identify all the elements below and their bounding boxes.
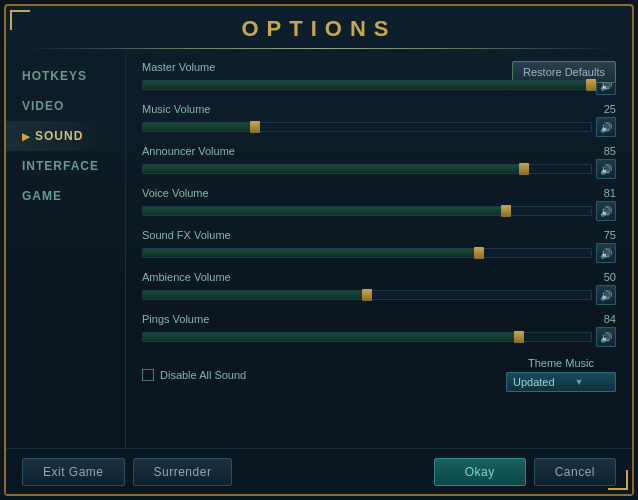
slider-row-sound-fx-volume: Sound FX Volume75🔊 [142,229,616,263]
slider-label-row: Voice Volume81 [142,187,616,199]
slider-value-text: 81 [588,187,616,199]
surrender-button[interactable]: Surrender [133,458,233,486]
slider-fill [143,81,591,89]
theme-music-section: Theme Music Updated ▼ [506,357,616,392]
slider-value-text: 50 [588,271,616,283]
slider-label-text: Ambience Volume [142,271,231,283]
disable-all-sound-text: Disable All Sound [160,369,246,381]
slider-fill [143,207,506,215]
footer: Exit Game Surrender Okay Cancel [6,448,632,494]
dialog-title: OPTIONS [6,16,632,42]
sidebar-item-video[interactable]: VIDEO [6,91,125,121]
slider-fill [143,333,519,341]
volume-icon[interactable]: 🔊 [596,243,616,263]
bottom-options: Disable All Sound Theme Music Updated ▼ [142,355,616,392]
slider-track[interactable] [142,80,592,90]
slider-fill [143,249,479,257]
slider-track[interactable] [142,248,592,258]
slider-label-text: Announcer Volume [142,145,235,157]
theme-music-dropdown[interactable]: Updated ▼ [506,372,616,392]
slider-label-row: Ambience Volume50 [142,271,616,283]
slider-track-row: 🔊 [142,201,616,221]
slider-thumb[interactable] [514,331,524,343]
slider-value-text: 25 [588,103,616,115]
slider-label-text: Music Volume [142,103,210,115]
exit-game-button[interactable]: Exit Game [22,458,125,486]
sidebar-item-sound[interactable]: ▶SOUND [6,121,125,151]
slider-value-text: 75 [588,229,616,241]
sidebar-item-interface[interactable]: INTERFACE [6,151,125,181]
slider-row-ambience-volume: Ambience Volume50🔊 [142,271,616,305]
volume-icon[interactable]: 🔊 [596,285,616,305]
content-panel: Restore Defaults Master Volume100🔊Music … [126,53,632,448]
sidebar-item-hotkeys[interactable]: HOTKEYS [6,61,125,91]
slider-track-row: 🔊 [142,327,616,347]
volume-icon[interactable]: 🔊 [596,327,616,347]
slider-label-row: Sound FX Volume75 [142,229,616,241]
body: HOTKEYSVIDEO▶SOUNDINTERFACEGAME Restore … [6,53,632,448]
slider-label-text: Master Volume [142,61,215,73]
slider-track[interactable] [142,164,592,174]
nav-item-label: VIDEO [22,99,64,113]
slider-value-text: 84 [588,313,616,325]
slider-track-row: 🔊 [142,243,616,263]
slider-label-text: Sound FX Volume [142,229,231,241]
nav-item-label: GAME [22,189,62,203]
slider-track[interactable] [142,206,592,216]
slider-track-row: 🔊 [142,285,616,305]
footer-right: Okay Cancel [434,458,616,486]
active-arrow-icon: ▶ [22,131,31,142]
okay-button[interactable]: Okay [434,458,526,486]
slider-track-row: 🔊 [142,117,616,137]
slider-thumb[interactable] [586,79,596,91]
sidebar-item-game[interactable]: GAME [6,181,125,211]
nav-item-label: SOUND [35,129,83,143]
slider-track[interactable] [142,122,592,132]
slider-fill [143,291,367,299]
slider-label-text: Voice Volume [142,187,209,199]
slider-thumb[interactable] [362,289,372,301]
footer-left: Exit Game Surrender [22,458,232,486]
slider-fill [143,123,255,131]
dropdown-arrow-icon: ▼ [575,377,584,387]
volume-icon[interactable]: 🔊 [596,201,616,221]
slider-row-announcer-volume: Announcer Volume85🔊 [142,145,616,179]
nav-item-label: INTERFACE [22,159,99,173]
disable-all-sound-label[interactable]: Disable All Sound [142,369,246,381]
slider-row-voice-volume: Voice Volume81🔊 [142,187,616,221]
slider-label-row: Music Volume25 [142,103,616,115]
slider-thumb[interactable] [474,247,484,259]
title-divider [26,48,612,49]
title-bar: OPTIONS [6,6,632,48]
slider-thumb[interactable] [519,163,529,175]
slider-label-text: Pings Volume [142,313,209,325]
slider-track[interactable] [142,290,592,300]
slider-value-text: 85 [588,145,616,157]
slider-label-row: Pings Volume84 [142,313,616,325]
sliders-container: Master Volume100🔊Music Volume25🔊Announce… [142,61,616,347]
slider-label-row: Announcer Volume85 [142,145,616,157]
nav-item-label: HOTKEYS [22,69,87,83]
slider-thumb[interactable] [250,121,260,133]
volume-icon[interactable]: 🔊 [596,159,616,179]
options-dialog: OPTIONS HOTKEYSVIDEO▶SOUNDINTERFACEGAME … [4,4,634,496]
slider-row-pings-volume: Pings Volume84🔊 [142,313,616,347]
slider-track[interactable] [142,332,592,342]
slider-track-row: 🔊 [142,159,616,179]
slider-fill [143,165,524,173]
theme-music-label: Theme Music [506,357,616,369]
slider-row-music-volume: Music Volume25🔊 [142,103,616,137]
sidebar: HOTKEYSVIDEO▶SOUNDINTERFACEGAME [6,53,126,448]
disable-all-sound-checkbox[interactable] [142,369,154,381]
volume-icon[interactable]: 🔊 [596,117,616,137]
dropdown-value: Updated [513,376,555,388]
cancel-button[interactable]: Cancel [534,458,616,486]
slider-thumb[interactable] [501,205,511,217]
